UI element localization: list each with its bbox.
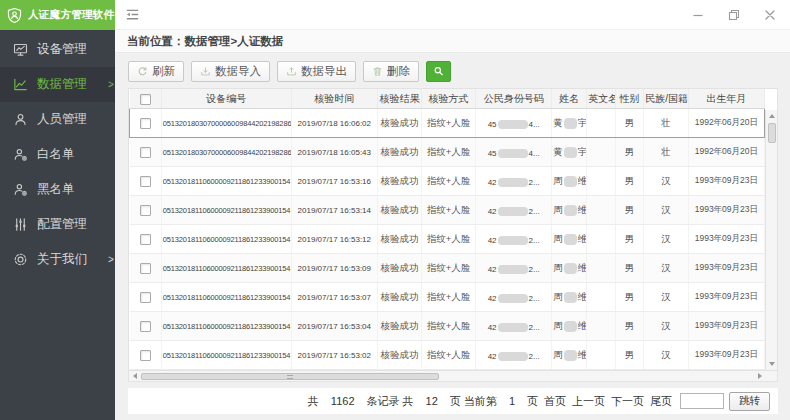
sidebar-item-whitelist[interactable]: 白名单 <box>0 137 115 172</box>
window-controls <box>692 9 776 21</box>
prev-page-link[interactable]: 上一页 <box>572 394 605 409</box>
redacted-id-blur <box>498 265 528 274</box>
pages-label: 页 当前第 <box>450 394 497 409</box>
delete-button[interactable]: 删除 <box>363 61 419 82</box>
cell-birth-date: 1993年09月23日 <box>688 283 764 312</box>
first-page-link[interactable]: 首页 <box>544 394 566 409</box>
scroll-down-arrow[interactable] <box>766 358 778 370</box>
cell-verify-result: 核验成功 <box>377 138 421 167</box>
cell-english-name <box>587 109 616 138</box>
search-button[interactable] <box>426 61 451 82</box>
sidebar-item-personnel-management[interactable]: 人员管理 <box>0 102 115 137</box>
cell-ethnicity: 汉 <box>644 254 688 283</box>
page-number-input[interactable] <box>680 393 724 409</box>
cell-name: 黄宇 <box>552 109 587 138</box>
cell-gender: 男 <box>615 254 644 283</box>
sidebar-item-device-management[interactable]: 设备管理 <box>0 32 115 67</box>
minimize-icon[interactable] <box>692 9 704 21</box>
search-icon <box>433 65 444 77</box>
toolbar: 刷新 数据导入 数据导出 删除 <box>128 60 778 83</box>
row-checkbox[interactable] <box>140 321 151 332</box>
horizontal-scrollbar[interactable] <box>128 371 778 382</box>
redacted-name-blur <box>564 350 577 361</box>
cell-english-name <box>587 254 616 283</box>
cell-verify-result: 核验成功 <box>377 225 421 254</box>
cell-verify-method: 指纹+人脸 <box>422 254 476 283</box>
jump-button[interactable]: 跳转 <box>729 392 770 411</box>
cell-citizen-id: 454... <box>476 138 552 167</box>
table-row[interactable]: 05132018110600009211861233900154 2019/07… <box>130 283 765 312</box>
cell-birth-date: 1993年09月23日 <box>688 341 764 370</box>
row-checkbox[interactable] <box>140 263 151 274</box>
table-row[interactable]: 05132018030700006009844202198286 2019/07… <box>130 138 765 167</box>
cell-birth-date: 1993年09月23日 <box>688 254 764 283</box>
cell-citizen-id: 422... <box>476 312 552 341</box>
table-row[interactable]: 05132018110600009211861233900154 2019/07… <box>130 254 765 283</box>
cell-device-number: 05132018110600009211861233900154 <box>161 312 291 341</box>
sidebar-item-config-management[interactable]: 配置管理 <box>0 207 115 242</box>
refresh-button[interactable]: 刷新 <box>128 61 184 82</box>
scroll-left-arrow[interactable] <box>129 371 141 382</box>
sidebar-item-blacklist[interactable]: 黑名单 <box>0 172 115 207</box>
select-all-checkbox[interactable] <box>140 94 151 105</box>
row-checkbox[interactable] <box>140 147 151 158</box>
row-checkbox[interactable] <box>140 205 151 216</box>
table-row[interactable]: 05132018110600009211861233900154 2019/07… <box>130 341 765 370</box>
app-window: 人证魔方管理软件 设备管理 数据管理 > 人员管理 <box>0 0 790 420</box>
cell-birth-date: 1992年06月20日 <box>688 138 764 167</box>
toolbar-button-label: 数据导出 <box>301 64 347 79</box>
cell-verify-result: 核验成功 <box>377 283 421 312</box>
cell-verify-time: 2019/07/17 16:53:16 <box>291 167 377 196</box>
breadcrumb-bar: 当前位置：数据管理>人证数据 <box>115 29 790 53</box>
row-checkbox[interactable] <box>140 350 151 361</box>
cell-device-number: 05132018030700006009844202198286 <box>161 138 291 167</box>
export-button[interactable]: 数据导出 <box>277 61 356 82</box>
maximize-icon[interactable] <box>728 9 740 21</box>
cell-citizen-id: 454... <box>476 109 552 138</box>
row-checkbox[interactable] <box>140 292 151 303</box>
table-row[interactable]: 05132018030700006009844202198286 2019/07… <box>130 109 765 138</box>
cell-gender: 男 <box>615 225 644 254</box>
cell-name: 周维 <box>552 341 587 370</box>
scroll-up-arrow[interactable] <box>766 110 778 122</box>
cell-citizen-id: 422... <box>476 283 552 312</box>
row-checkbox[interactable] <box>140 176 151 187</box>
cell-birth-date: 1993年09月23日 <box>688 196 764 225</box>
toolbar-button-label: 数据导入 <box>215 64 261 79</box>
cell-verify-result: 核验成功 <box>377 254 421 283</box>
breadcrumb: 当前位置：数据管理>人证数据 <box>127 34 283 49</box>
horizontal-scrollbar-thumb[interactable] <box>141 373 439 380</box>
cell-verify-time: 2019/07/17 16:53:04 <box>291 312 377 341</box>
table-row[interactable]: 05132018110600009211861233900154 2019/07… <box>130 167 765 196</box>
sidebar-item-about-us[interactable]: 关于我们 > <box>0 242 115 277</box>
cell-ethnicity: 汉 <box>644 225 688 254</box>
row-checkbox[interactable] <box>140 118 151 129</box>
table-row[interactable]: 05132018110600009211861233900154 2019/07… <box>130 196 765 225</box>
close-icon[interactable] <box>764 9 776 21</box>
row-checkbox-cell <box>130 312 162 341</box>
column-header: 公民身份号码 <box>476 89 552 109</box>
vertical-scrollbar-thumb[interactable] <box>768 123 776 143</box>
row-checkbox[interactable] <box>140 234 151 245</box>
scroll-right-arrow[interactable] <box>754 371 766 382</box>
import-button[interactable]: 数据导入 <box>191 61 270 82</box>
sidebar-item-data-management[interactable]: 数据管理 > <box>0 67 115 102</box>
cell-birth-date: 1993年09月23日 <box>688 312 764 341</box>
total-pages: 12 <box>426 395 438 407</box>
cell-english-name <box>587 167 616 196</box>
cell-ethnicity: 汉 <box>644 312 688 341</box>
cell-citizen-id: 422... <box>476 341 552 370</box>
table-row[interactable]: 05132018110600009211861233900154 2019/07… <box>130 312 765 341</box>
redacted-name-blur <box>564 118 577 129</box>
redacted-name-blur <box>564 263 577 274</box>
column-header: 设备编号 <box>161 89 291 109</box>
data-table: 设备编号 核验时间 核验结果 核验方式 公民身份号码 姓名 <box>128 88 778 372</box>
collapse-sidebar-icon[interactable] <box>125 7 140 22</box>
table-row[interactable]: 05132018110600009211861233900154 2019/07… <box>130 225 765 254</box>
vertical-scrollbar[interactable] <box>765 110 777 371</box>
chevron-right-indicator: > <box>108 254 114 265</box>
next-page-link[interactable]: 下一页 <box>611 394 644 409</box>
window-titlebar <box>115 0 790 29</box>
redacted-name-blur <box>564 292 577 303</box>
last-page-link[interactable]: 尾页 <box>650 394 672 409</box>
